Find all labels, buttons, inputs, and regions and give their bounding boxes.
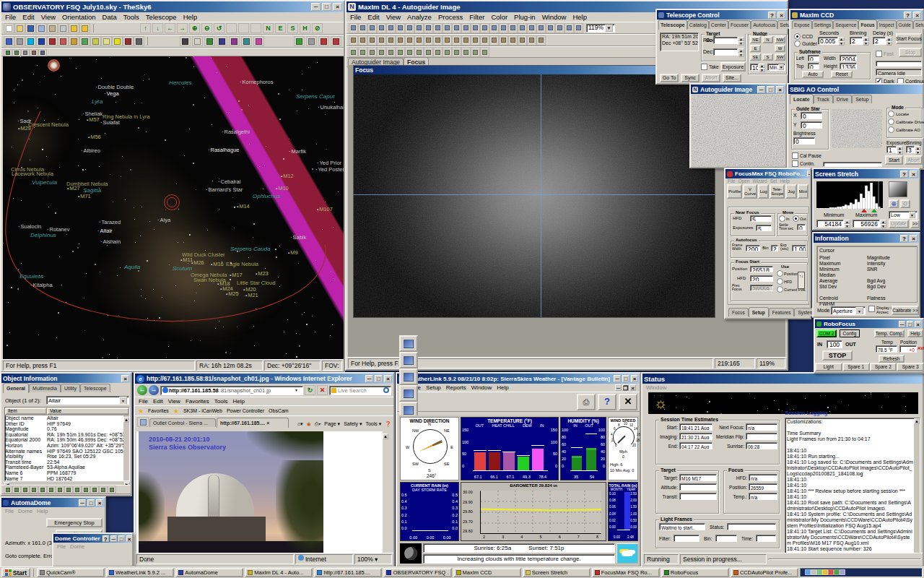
help-icon[interactable]: ?: [103, 535, 109, 542]
minimum-spinner[interactable]: ▲▼: [844, 220, 850, 228]
minimize-icon[interactable]: ─: [110, 535, 117, 542]
status-zoom[interactable]: 100% ▾: [354, 554, 392, 564]
menu-item[interactable]: Window: [542, 13, 567, 21]
night-vision-icon[interactable]: [112, 36, 123, 46]
web-info-icon[interactable]: [30, 486, 38, 493]
menu-item[interactable]: Filter: [469, 13, 484, 21]
walkthrough-icon[interactable]: [399, 335, 418, 352]
ao-exposure-field[interactable]: 1: [886, 146, 897, 153]
taskbar-button[interactable]: http://67.161.185....: [314, 568, 382, 577]
table-row[interactable]: EquatorialRA: 19h 51m 19.901s Dec: +08°5…: [5, 432, 123, 438]
save-icon[interactable]: [358, 23, 367, 33]
tracking-icon[interactable]: [331, 36, 341, 46]
auto-button[interactable]: Auto: [802, 71, 824, 78]
copy-icon[interactable]: [461, 47, 471, 57]
maximize-icon[interactable]: □: [907, 321, 913, 327]
globe-icon[interactable]: [36, 36, 47, 46]
spacecraft-icon[interactable]: [318, 36, 329, 46]
maximum-field[interactable]: 56926: [853, 220, 880, 228]
refresh-button[interactable]: Refresh: [879, 355, 905, 363]
help-pointer-icon[interactable]: [452, 23, 461, 33]
zoom-out-button[interactable]: ⊖: [900, 199, 910, 208]
telescope-a-icon[interactable]: [226, 23, 237, 33]
address-bar[interactable]: http://67.161.185.58:81/snapshot_ch01.jp…: [160, 386, 303, 395]
labels-icon[interactable]: [14, 36, 25, 46]
close-icon[interactable]: ×: [631, 375, 638, 382]
forward-icon[interactable]: →: [149, 385, 159, 395]
fast-checkbox[interactable]: [876, 51, 882, 57]
maximize-icon[interactable]: □: [375, 375, 383, 382]
add-favorite-icon[interactable]: ★: [173, 407, 179, 415]
move-in-radio[interactable]: [779, 215, 785, 222]
tray-volume-icon[interactable]: [811, 569, 816, 575]
screen-stretch-icon[interactable]: [386, 23, 396, 33]
quick-tabs-icon[interactable]: [137, 417, 149, 427]
telescope-b-icon[interactable]: [238, 23, 249, 33]
page-setup-icon[interactable]: [443, 47, 452, 57]
robofocus-titlebar[interactable]: RoboFocus ─□×: [815, 319, 923, 328]
red-screen-icon[interactable]: [123, 36, 134, 46]
focus-value-field[interactable]: n/a: [749, 493, 777, 500]
save-icon[interactable]: [25, 23, 36, 33]
slew-icon[interactable]: [38, 486, 47, 493]
line-tool-icon[interactable]: [349, 35, 358, 46]
filter-wheel-icon[interactable]: [489, 23, 499, 33]
open-icon[interactable]: [349, 23, 358, 33]
config-button[interactable]: Config: [840, 329, 860, 337]
print-icon[interactable]: ⎙▾: [315, 421, 321, 427]
nav-h-icon[interactable]: H: [300, 23, 310, 33]
taskbar-button[interactable]: AutomaDome: [175, 568, 243, 577]
contin-checkbox[interactable]: [792, 160, 798, 167]
subframe-top-field[interactable]: 0: [808, 63, 819, 69]
flip-icon[interactable]: [396, 35, 405, 46]
mark-icon[interactable]: [73, 486, 82, 493]
print-icon[interactable]: [21, 486, 30, 493]
filter-field[interactable]: [674, 535, 699, 542]
favorite-link[interactable]: SK3M - iCanWeb: [183, 408, 222, 413]
menu-item[interactable]: Analyze: [407, 13, 432, 21]
blink-icon[interactable]: [480, 35, 489, 46]
mythology-icon[interactable]: [79, 36, 90, 46]
autoguider-noise-image[interactable]: [692, 95, 785, 167]
moon-icon[interactable]: [253, 36, 264, 46]
histogram-icon[interactable]: [527, 23, 536, 33]
taskbar-button[interactable]: QuickCam®: [37, 568, 105, 577]
focuser-icon[interactable]: [499, 23, 508, 33]
menu-item[interactable]: File: [350, 13, 361, 21]
properties-icon[interactable]: [471, 47, 480, 57]
mosaic-icon[interactable]: [38, 49, 47, 56]
mars-icon[interactable]: [47, 36, 58, 46]
safety-menu[interactable]: Safety ▾: [344, 421, 362, 427]
minimize-icon[interactable]: ─: [807, 171, 810, 177]
nudge-e-button[interactable]: E: [750, 45, 761, 52]
undo-zoom-icon[interactable]: ↺: [214, 23, 225, 33]
batch-icon[interactable]: [565, 23, 574, 33]
menu-item[interactable]: Tools: [123, 13, 139, 21]
zoom-level-select[interactable]: 119%▼: [586, 24, 615, 33]
zoom-out-icon[interactable]: ⊖: [201, 23, 212, 33]
menu-item[interactable]: Data: [103, 13, 117, 21]
align-icon[interactable]: [471, 35, 480, 46]
browser-tab[interactable]: Outlet Control - Sierra ...: [149, 418, 216, 427]
zoom-in-icon[interactable]: [433, 23, 443, 33]
info-window-icon[interactable]: [536, 23, 546, 33]
zoom-box-icon[interactable]: [4, 49, 12, 56]
ao-binning-spinner[interactable]: ▲▼: [915, 146, 921, 155]
light-status-field[interactable]: [727, 523, 776, 530]
dome-control-icon[interactable]: [480, 23, 489, 33]
nav-n-icon[interactable]: N: [263, 23, 274, 33]
spare-button[interactable]: Light: [815, 363, 842, 371]
target-ra-field[interactable]: [713, 37, 738, 44]
seconds-spinner[interactable]: ▲▼: [838, 37, 845, 46]
script-icon[interactable]: [480, 47, 489, 57]
pan-up-icon[interactable]: ↑: [140, 23, 151, 33]
ccd-radio[interactable]: [794, 33, 801, 40]
menu-item[interactable]: Setup: [426, 384, 441, 391]
chart-mode-icon[interactable]: [30, 49, 38, 56]
close-icon[interactable]: ×: [913, 12, 921, 19]
blank-icon[interactable]: [192, 36, 203, 46]
binning-spinner[interactable]: ▲▼: [863, 37, 869, 46]
layers-icon[interactable]: [134, 36, 144, 46]
abort-button[interactable]: Abort: [905, 155, 923, 165]
taskbar-button[interactable]: CCDAutoPilot Profe...: [731, 568, 798, 577]
